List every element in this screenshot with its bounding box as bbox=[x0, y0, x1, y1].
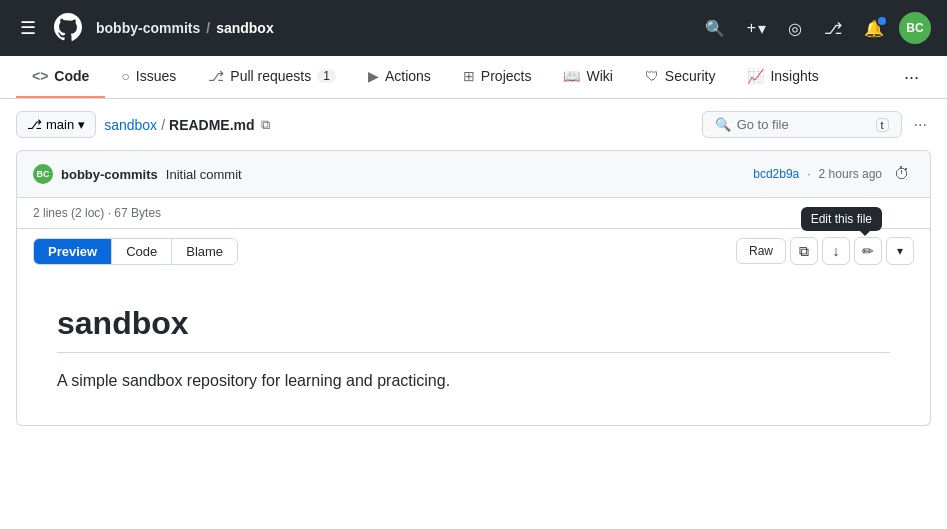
chevron-down-icon: ▾ bbox=[897, 244, 903, 258]
file-path-separator: / bbox=[161, 117, 165, 133]
tab-issues-label: Issues bbox=[136, 68, 176, 84]
commit-avatar: BC bbox=[33, 164, 53, 184]
search-icon: 🔍 bbox=[705, 19, 725, 38]
view-tab-group: Preview Code Blame bbox=[33, 238, 238, 265]
edit-file-button[interactable]: ✏ bbox=[854, 237, 882, 265]
keyboard-shortcut: t bbox=[876, 118, 889, 132]
code-icon: <> bbox=[32, 68, 48, 84]
tab-wiki[interactable]: 📖 Wiki bbox=[547, 56, 628, 98]
tab-insights-label: Insights bbox=[770, 68, 818, 84]
user-menu-button[interactable]: BC bbox=[899, 12, 931, 44]
create-button[interactable]: + ▾ bbox=[740, 12, 773, 45]
issues-icon: ○ bbox=[121, 68, 129, 84]
history-icon: ⏱ bbox=[894, 165, 910, 182]
header-left: ☰ bobby-commits / sandbox bbox=[16, 11, 274, 46]
edit-icon: ✏ bbox=[862, 243, 874, 259]
tab-preview[interactable]: Preview bbox=[34, 239, 112, 264]
repo-path-link[interactable]: sandbox bbox=[104, 117, 157, 133]
tab-pull-requests[interactable]: ⎇ Pull requests 1 bbox=[192, 56, 352, 98]
tab-pull-requests-label: Pull requests bbox=[230, 68, 311, 84]
header: ☰ bobby-commits / sandbox 🔍 + ▾ ◎ ⎇ 🔔 bbox=[0, 0, 947, 56]
repo-nav: <> Code ○ Issues ⎇ Pull requests 1 ▶ Act… bbox=[0, 56, 947, 99]
file-path: sandbox / README.md ⧉ bbox=[104, 115, 271, 135]
commit-bar: BC bobby-commits Initial commit bcd2b9a … bbox=[16, 150, 931, 198]
avatar: BC bbox=[899, 12, 931, 44]
tab-actions[interactable]: ▶ Actions bbox=[352, 56, 447, 98]
hamburger-icon: ☰ bbox=[20, 18, 36, 38]
header-right: 🔍 + ▾ ◎ ⎇ 🔔 BC bbox=[698, 12, 931, 45]
wiki-icon: 📖 bbox=[563, 68, 580, 84]
commit-hash-link[interactable]: bcd2b9a bbox=[753, 167, 799, 181]
view-tabs-bar: Preview Code Blame Raw ⧉ ↓ ✏ Edit this f… bbox=[16, 228, 931, 273]
file-info-bar: 2 lines (2 loc) · 67 Bytes bbox=[16, 198, 931, 228]
more-icon: ··· bbox=[904, 67, 919, 87]
github-logo bbox=[52, 11, 84, 43]
copy-icon: ⧉ bbox=[261, 117, 270, 132]
search-button[interactable]: 🔍 bbox=[698, 12, 732, 45]
nav-more-button[interactable]: ··· bbox=[892, 56, 931, 98]
file-path-current: README.md bbox=[169, 117, 255, 133]
copy-path-button[interactable]: ⧉ bbox=[259, 115, 272, 135]
pull-requests-badge: 1 bbox=[317, 69, 336, 83]
tab-wiki-label: Wiki bbox=[586, 68, 612, 84]
notifications-button[interactable]: 🔔 bbox=[857, 12, 891, 45]
commit-time-label: 2 hours ago bbox=[819, 167, 882, 181]
chevron-down-icon: ▾ bbox=[78, 117, 85, 132]
view-actions: Raw ⧉ ↓ ✏ Edit this file ▾ bbox=[736, 237, 914, 265]
branch-icon: ⎇ bbox=[27, 117, 42, 132]
commit-right: bcd2b9a · 2 hours ago ⏱ bbox=[753, 161, 914, 187]
security-icon: 🛡 bbox=[645, 68, 659, 84]
tab-code-view[interactable]: Code bbox=[112, 239, 172, 264]
pull-request-icon: ⎇ bbox=[208, 68, 224, 84]
actions-icon: ▶ bbox=[368, 68, 379, 84]
tab-projects-label: Projects bbox=[481, 68, 532, 84]
pull-requests-button[interactable]: ⎇ bbox=[817, 12, 849, 45]
go-to-file-button[interactable]: 🔍 Go to file t bbox=[702, 111, 902, 138]
tab-actions-label: Actions bbox=[385, 68, 431, 84]
more-icon: ··· bbox=[914, 116, 927, 133]
tab-security-label: Security bbox=[665, 68, 716, 84]
download-icon: ↓ bbox=[833, 243, 840, 259]
insights-icon: 📈 bbox=[747, 68, 764, 84]
readme-title: sandbox bbox=[57, 305, 890, 353]
file-info-text: 2 lines (2 loc) · 67 Bytes bbox=[33, 206, 161, 220]
raw-button[interactable]: Raw bbox=[736, 238, 786, 264]
search-icon: 🔍 bbox=[715, 117, 731, 132]
readme-description: A simple sandbox repository for learning… bbox=[57, 369, 890, 393]
tab-code[interactable]: <> Code bbox=[16, 56, 105, 98]
commit-time: · bbox=[807, 167, 810, 181]
tab-projects[interactable]: ⊞ Projects bbox=[447, 56, 548, 98]
history-button[interactable]: ⏱ bbox=[890, 161, 914, 187]
copilot-button[interactable]: ◎ bbox=[781, 12, 809, 45]
commit-author: bobby-commits bbox=[61, 167, 158, 182]
breadcrumb-separator: / bbox=[206, 20, 210, 36]
chevron-down-icon: ▾ bbox=[758, 19, 766, 38]
breadcrumb-user-link[interactable]: bobby-commits bbox=[96, 20, 200, 36]
github-logo-link[interactable] bbox=[52, 11, 84, 46]
tab-blame[interactable]: Blame bbox=[172, 239, 237, 264]
projects-icon: ⊞ bbox=[463, 68, 475, 84]
tab-code-label: Code bbox=[54, 68, 89, 84]
copy-file-button[interactable]: ⧉ bbox=[790, 237, 818, 265]
branch-selector[interactable]: ⎇ main ▾ bbox=[16, 111, 96, 138]
branch-name: main bbox=[46, 117, 74, 132]
plus-icon: + bbox=[747, 19, 756, 37]
hamburger-button[interactable]: ☰ bbox=[16, 13, 40, 43]
tab-issues[interactable]: ○ Issues bbox=[105, 56, 192, 98]
more-options-button[interactable]: ▾ bbox=[886, 237, 914, 265]
download-button[interactable]: ↓ bbox=[822, 237, 850, 265]
breadcrumb-repo: sandbox bbox=[216, 20, 274, 36]
copilot-icon: ◎ bbox=[788, 19, 802, 38]
breadcrumb: bobby-commits / sandbox bbox=[96, 20, 274, 36]
go-to-file-label: Go to file bbox=[737, 117, 789, 132]
tab-insights[interactable]: 📈 Insights bbox=[731, 56, 834, 98]
file-toolbar: ⎇ main ▾ sandbox / README.md ⧉ 🔍 Go to f… bbox=[0, 99, 947, 150]
file-content: sandbox A simple sandbox repository for … bbox=[16, 273, 931, 426]
toolbar-right: 🔍 Go to file t ··· bbox=[702, 111, 931, 138]
edit-tooltip-wrapper: ✏ Edit this file bbox=[854, 237, 882, 265]
pull-request-icon: ⎇ bbox=[824, 19, 842, 38]
commit-message: Initial commit bbox=[166, 167, 242, 182]
bell-icon: 🔔 bbox=[864, 19, 884, 38]
tab-security[interactable]: 🛡 Security bbox=[629, 56, 732, 98]
toolbar-more-button[interactable]: ··· bbox=[910, 112, 931, 138]
